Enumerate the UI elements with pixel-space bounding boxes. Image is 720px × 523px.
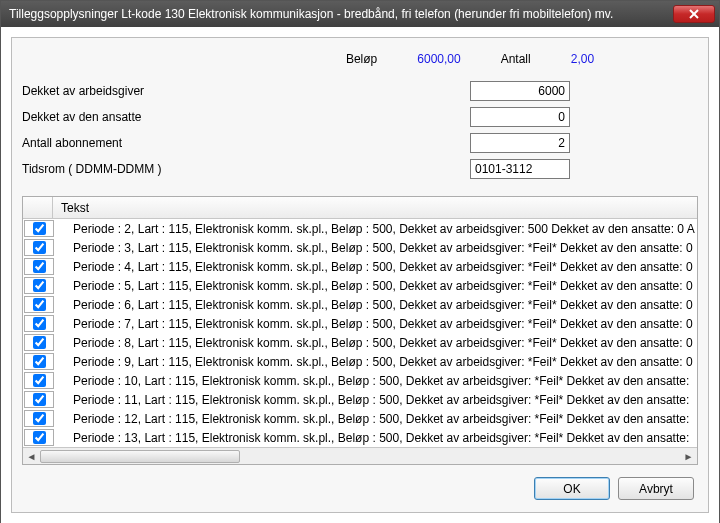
row-checkbox-cell <box>24 372 54 389</box>
row-checkbox-cell <box>24 410 54 427</box>
table-row[interactable]: Periode : 6, Lart : 115, Elektronisk kom… <box>23 295 697 314</box>
antall-abonnement-label: Antall abonnement <box>22 136 322 150</box>
row-checkbox[interactable] <box>33 222 46 235</box>
row-text: Periode : 11, Lart : 115, Elektronisk ko… <box>55 393 697 407</box>
window-title: Tilleggsopplysninger Lt-kode 130 Elektro… <box>1 7 669 21</box>
dekket-ansatte-label: Dekket av den ansatte <box>22 110 322 124</box>
grid: Tekst Periode : 2, Lart : 115, Elektroni… <box>22 196 698 465</box>
row-text: Periode : 7, Lart : 115, Elektronisk kom… <box>55 317 697 331</box>
row-checkbox[interactable] <box>33 393 46 406</box>
ok-button[interactable]: OK <box>534 477 610 500</box>
row-checkbox-cell <box>24 277 54 294</box>
row-checkbox[interactable] <box>33 241 46 254</box>
row-checkbox-cell <box>24 315 54 332</box>
antall-label: Antall <box>501 52 531 66</box>
row-checkbox-cell <box>24 334 54 351</box>
close-button[interactable] <box>673 5 715 23</box>
row-checkbox[interactable] <box>33 336 46 349</box>
scroll-thumb[interactable] <box>40 450 240 463</box>
row-checkbox-cell <box>24 353 54 370</box>
row-checkbox[interactable] <box>33 260 46 273</box>
belop-label: Beløp <box>346 52 377 66</box>
dialog-window: Tilleggsopplysninger Lt-kode 130 Elektro… <box>0 0 720 523</box>
table-row[interactable]: Periode : 12, Lart : 115, Elektronisk ko… <box>23 409 697 428</box>
row-checkbox-cell <box>24 391 54 408</box>
table-row[interactable]: Periode : 13, Lart : 115, Elektronisk ko… <box>23 428 697 447</box>
row-checkbox-cell <box>24 220 54 237</box>
row-checkbox[interactable] <box>33 412 46 425</box>
table-row[interactable]: Periode : 3, Lart : 115, Elektronisk kom… <box>23 238 697 257</box>
table-row[interactable]: Periode : 9, Lart : 115, Elektronisk kom… <box>23 352 697 371</box>
row-text: Periode : 13, Lart : 115, Elektronisk ko… <box>55 431 697 445</box>
dekket-arbeidsgiver-label: Dekket av arbeidsgiver <box>22 84 322 98</box>
belop-value: 6000,00 <box>417 52 460 66</box>
row-text: Periode : 4, Lart : 115, Elektronisk kom… <box>55 260 697 274</box>
row-checkbox[interactable] <box>33 374 46 387</box>
dekket-ansatte-input[interactable] <box>470 107 570 127</box>
scroll-left-arrow-icon[interactable]: ◄ <box>23 449 40 464</box>
row-checkbox[interactable] <box>33 355 46 368</box>
row-checkbox[interactable] <box>33 317 46 330</box>
cancel-button[interactable]: Avbryt <box>618 477 694 500</box>
row-checkbox-cell <box>24 239 54 256</box>
row-text: Periode : 12, Lart : 115, Elektronisk ko… <box>55 412 697 426</box>
table-row[interactable]: Periode : 7, Lart : 115, Elektronisk kom… <box>23 314 697 333</box>
table-row[interactable]: Periode : 5, Lart : 115, Elektronisk kom… <box>23 276 697 295</box>
dekket-arbeidsgiver-input[interactable] <box>470 81 570 101</box>
tidsrom-label: Tidsrom ( DDMM-DDMM ) <box>22 162 322 176</box>
table-row[interactable]: Periode : 4, Lart : 115, Elektronisk kom… <box>23 257 697 276</box>
button-row: OK Avbryt <box>22 465 698 504</box>
row-checkbox[interactable] <box>33 298 46 311</box>
row-checkbox-cell <box>24 296 54 313</box>
row-text: Periode : 2, Lart : 115, Elektronisk kom… <box>55 222 697 236</box>
close-icon <box>689 9 699 19</box>
client-area: Beløp 6000,00 Antall 2,00 Dekket av arbe… <box>1 27 719 523</box>
antall-abonnement-input[interactable] <box>470 133 570 153</box>
row-text: Periode : 3, Lart : 115, Elektronisk kom… <box>55 241 697 255</box>
row-text: Periode : 5, Lart : 115, Elektronisk kom… <box>55 279 697 293</box>
grid-header-text-col: Tekst <box>53 201 697 215</box>
table-row[interactable]: Periode : 8, Lart : 115, Elektronisk kom… <box>23 333 697 352</box>
row-text: Periode : 9, Lart : 115, Elektronisk kom… <box>55 355 697 369</box>
scroll-right-arrow-icon[interactable]: ► <box>680 449 697 464</box>
grid-header: Tekst <box>23 197 697 219</box>
summary-row: Beløp 6000,00 Antall 2,00 <box>22 46 698 78</box>
main-panel: Beløp 6000,00 Antall 2,00 Dekket av arbe… <box>11 37 709 513</box>
grid-header-check-col <box>23 197 53 218</box>
table-row[interactable]: Periode : 10, Lart : 115, Elektronisk ko… <box>23 371 697 390</box>
row-text: Periode : 10, Lart : 115, Elektronisk ko… <box>55 374 697 388</box>
grid-body: Periode : 2, Lart : 115, Elektronisk kom… <box>23 219 697 447</box>
table-row[interactable]: Periode : 2, Lart : 115, Elektronisk kom… <box>23 219 697 238</box>
row-text: Periode : 6, Lart : 115, Elektronisk kom… <box>55 298 697 312</box>
table-row[interactable]: Periode : 11, Lart : 115, Elektronisk ko… <box>23 390 697 409</box>
antall-value: 2,00 <box>571 52 594 66</box>
horizontal-scrollbar[interactable]: ◄ ► <box>23 447 697 464</box>
tidsrom-input[interactable] <box>470 159 570 179</box>
row-checkbox[interactable] <box>33 431 46 444</box>
row-text: Periode : 8, Lart : 115, Elektronisk kom… <box>55 336 697 350</box>
title-bar: Tilleggsopplysninger Lt-kode 130 Elektro… <box>1 1 719 27</box>
row-checkbox-cell <box>24 258 54 275</box>
row-checkbox[interactable] <box>33 279 46 292</box>
row-checkbox-cell <box>24 429 54 446</box>
